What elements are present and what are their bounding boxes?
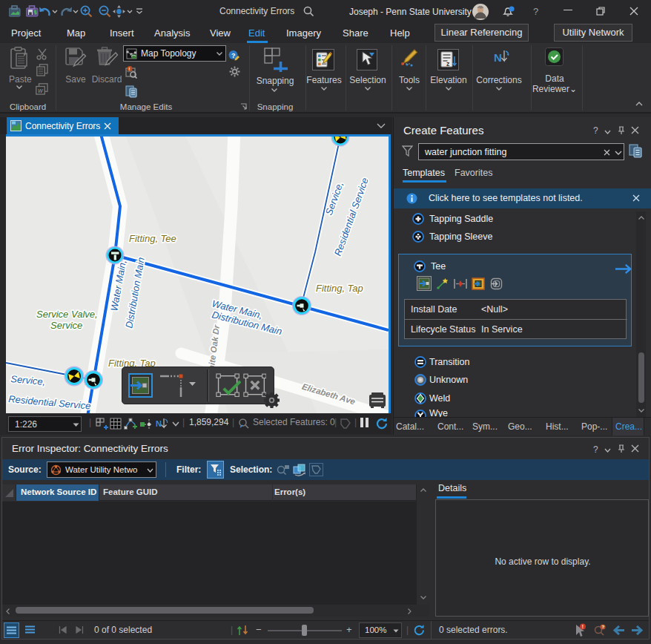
svg-text:?: ? [602,625,605,629]
svg-text:N: N [494,51,502,64]
svg-text:Fitting, Tap: Fitting, Tap [316,283,363,294]
svg-text:Service: Service [50,320,82,331]
svg-text:N: N [156,419,162,428]
svg-text:Service Valve,: Service Valve, [36,309,98,320]
svg-text:z: z [446,60,449,68]
svg-text:!: ! [129,67,130,71]
svg-text:Fitting, Tee: Fitting, Tee [129,233,176,244]
svg-text:!: ! [582,624,584,629]
svg-text:?: ? [231,52,236,59]
